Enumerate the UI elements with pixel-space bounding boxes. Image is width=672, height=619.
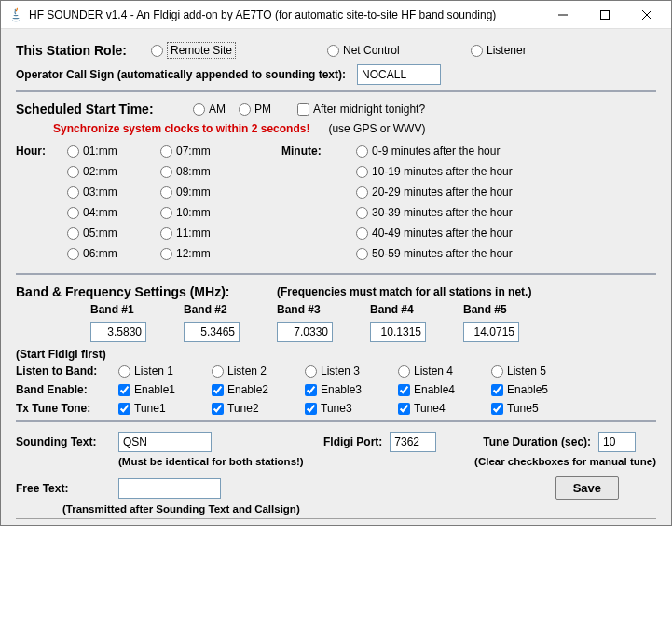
maximize-button[interactable]	[583, 1, 625, 28]
sounding-input[interactable]	[118, 432, 212, 452]
role-net-radio[interactable]: Net Control	[327, 44, 458, 57]
band-header-5: Band #5	[463, 303, 556, 316]
gps-note: (use GPS or WWV)	[328, 122, 425, 135]
sounding-note: (Must be identical for both stations!)	[118, 456, 304, 467]
tune-3[interactable]: Tune3	[305, 402, 385, 415]
duration-input[interactable]	[598, 432, 636, 452]
callsign-input[interactable]	[357, 64, 441, 85]
hour-label: Hour:	[16, 144, 46, 158]
hour-10[interactable]: 10:mm	[160, 206, 268, 219]
free-note: (Transmitted after Sounding Text and Cal…	[62, 503, 300, 515]
hour-08[interactable]: 08:mm	[160, 165, 268, 178]
role-remote-radio[interactable]: Remote Site	[151, 42, 314, 59]
minute-label: Minute:	[281, 144, 322, 158]
min-20-29[interactable]: 20-29 minutes after the hour	[356, 186, 513, 199]
band-header-3: Band #3	[277, 303, 370, 316]
hour-11[interactable]: 11:mm	[160, 227, 268, 240]
tune-1[interactable]: Tune1	[118, 402, 199, 415]
hour-02[interactable]: 02:mm	[67, 165, 147, 178]
listen-3[interactable]: Listen 3	[305, 365, 385, 378]
band-header-2: Band #2	[184, 303, 277, 316]
enable-1[interactable]: Enable1	[118, 383, 199, 396]
minimize-button[interactable]	[542, 1, 583, 28]
hour-01[interactable]: 01:mm	[67, 144, 147, 158]
min-0-9[interactable]: 0-9 minutes after the hour	[356, 144, 513, 158]
listen-label: Listen to Band:	[16, 365, 118, 378]
bands-heading: Band & Frequency Settings (MHz):	[16, 284, 277, 299]
hour-06[interactable]: 06:mm	[67, 247, 147, 260]
tune-label: Tx Tune Tone:	[16, 402, 118, 415]
svg-rect-1	[600, 10, 609, 19]
listen-5[interactable]: Listen 5	[491, 365, 571, 378]
tune-5[interactable]: Tune5	[491, 402, 571, 415]
band-header-4: Band #4	[370, 303, 463, 316]
band-freq-1[interactable]	[90, 322, 146, 342]
listen-2[interactable]: Listen 2	[212, 365, 292, 378]
band-freq-4[interactable]	[370, 322, 426, 342]
java-icon	[8, 7, 23, 22]
sounding-label: Sounding Text:	[16, 435, 118, 448]
hour-05[interactable]: 05:mm	[67, 227, 147, 240]
tune-4[interactable]: Tune4	[398, 402, 478, 415]
band-freq-2[interactable]	[184, 322, 240, 342]
min-40-49[interactable]: 40-49 minutes after the hour	[356, 227, 513, 240]
hour-03[interactable]: 03:mm	[67, 186, 147, 199]
listen-4[interactable]: Listen 4	[398, 365, 478, 378]
hour-12[interactable]: 12:mm	[160, 247, 268, 260]
close-button[interactable]	[625, 1, 667, 28]
save-button[interactable]: Save	[555, 476, 619, 500]
callsign-label: Operator Call Sign (automatically append…	[16, 68, 346, 81]
min-30-39[interactable]: 30-39 minutes after the hour	[356, 206, 513, 219]
band-freq-5[interactable]	[463, 322, 519, 342]
hour-07[interactable]: 07:mm	[160, 144, 268, 158]
window-title: HF SOUNDER v1.4 - An Fldigi add-on by AE…	[29, 8, 542, 21]
enable-5[interactable]: Enable5	[491, 383, 571, 396]
tune-2[interactable]: Tune2	[212, 402, 292, 415]
min-50-59[interactable]: 50-59 minutes after the hour	[356, 247, 513, 260]
enable-4[interactable]: Enable4	[398, 383, 478, 396]
band-header-1: Band #1	[90, 303, 184, 316]
title-bar: HF SOUNDER v1.4 - An Fldigi add-on by AE…	[1, 1, 671, 29]
listen-1[interactable]: Listen 1	[118, 365, 199, 378]
band-freq-3[interactable]	[277, 322, 333, 342]
free-label: Free Text:	[16, 482, 118, 495]
role-listener-radio[interactable]: Listener	[471, 44, 527, 57]
enable-label: Band Enable:	[16, 383, 118, 396]
free-input[interactable]	[118, 478, 221, 499]
enable-3[interactable]: Enable3	[305, 383, 385, 396]
schedule-label: Scheduled Start Time:	[16, 102, 193, 117]
after-midnight-checkbox[interactable]: After midnight tonight?	[297, 103, 425, 116]
duration-label: Tune Duration (sec):	[483, 435, 591, 448]
hour-04[interactable]: 04:mm	[67, 206, 147, 219]
min-10-19[interactable]: 10-19 minutes after the hour	[356, 165, 513, 178]
hour-09[interactable]: 09:mm	[160, 186, 268, 199]
sync-warning: Synchronize system clocks to within 2 se…	[53, 122, 309, 135]
port-label: Fldigi Port:	[323, 435, 382, 448]
station-role-label: This Station Role:	[16, 43, 151, 58]
enable-2[interactable]: Enable2	[212, 383, 292, 396]
start-fldigi-note: (Start Fldigi first)	[16, 348, 106, 361]
port-input[interactable]	[390, 432, 436, 452]
pm-radio[interactable]: PM	[239, 103, 271, 116]
am-radio[interactable]: AM	[193, 103, 226, 116]
bands-note: (Frequencies must match for all stations…	[277, 285, 531, 298]
duration-note: (Clear checkboxes for manual tune)	[474, 456, 656, 467]
